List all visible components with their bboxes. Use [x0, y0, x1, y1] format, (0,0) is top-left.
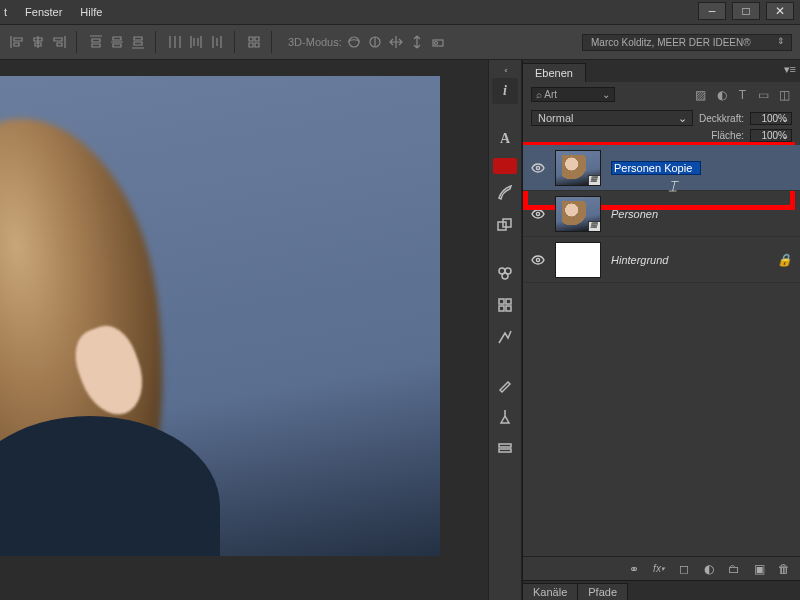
filter-smartlayer-icon[interactable]: ◫: [777, 87, 792, 102]
align-left-icon[interactable]: [8, 33, 26, 51]
character-panel-icon[interactable]: A: [492, 126, 518, 152]
menu-fenster[interactable]: Fenster: [25, 6, 62, 18]
svg-rect-11: [499, 306, 504, 311]
menu-hilfe[interactable]: Hilfe: [80, 6, 102, 18]
layercomp-panel-icon[interactable]: [492, 436, 518, 462]
delete-layer-icon[interactable]: 🗑: [776, 561, 792, 577]
brushpreset-panel-icon[interactable]: [492, 372, 518, 398]
window-controls: – □ ✕: [698, 2, 794, 20]
adjust-panel-icon[interactable]: [492, 324, 518, 350]
secondary-tab-bar: Kanäle Pfade: [523, 580, 800, 600]
link-layers-icon[interactable]: ⚭: [626, 561, 642, 577]
fill-label: Fläche:: [711, 130, 744, 141]
layer-thumbnail[interactable]: [555, 242, 601, 278]
channels-tab[interactable]: Kanäle: [523, 583, 578, 600]
layers-panel-footer: ⚭ fx▾ ◻ ◐ 🗀 ▣ 🗑: [523, 556, 800, 580]
canvas-area: [0, 60, 488, 600]
svg-rect-14: [499, 449, 511, 452]
svg-rect-12: [506, 306, 511, 311]
svg-point-0: [349, 37, 359, 47]
document-canvas[interactable]: [0, 76, 440, 556]
text-cursor-icon: ⌶: [669, 178, 677, 193]
svg-point-3: [434, 42, 437, 45]
smart-object-badge: [588, 221, 601, 232]
svg-rect-13: [499, 444, 511, 447]
svg-rect-9: [499, 299, 504, 304]
layer-name[interactable]: Personen: [611, 208, 792, 220]
menu-t[interactable]: t: [4, 6, 7, 18]
mode3d-pan-icon[interactable]: [387, 33, 405, 51]
filter-pixellayer-icon[interactable]: ▨: [693, 87, 708, 102]
visibility-toggle[interactable]: [531, 161, 545, 175]
paths-tab[interactable]: Pfade: [578, 583, 628, 600]
distribute-vcenter-icon[interactable]: [108, 33, 126, 51]
options-bar: 3D-Modus: Marco Kolditz, MEER DER IDEEN®: [0, 24, 800, 60]
layers-tab[interactable]: Ebenen: [523, 63, 586, 82]
distribute-h1-icon[interactable]: [166, 33, 184, 51]
lock-icon: 🔒: [777, 253, 792, 267]
layer-row[interactable]: Hintergrund 🔒: [523, 237, 800, 283]
svg-point-16: [536, 212, 539, 215]
styles-panel-icon[interactable]: [492, 292, 518, 318]
svg-point-15: [536, 166, 539, 169]
layer-filter-type[interactable]: ⌕ Art: [531, 87, 615, 102]
close-button[interactable]: ✕: [766, 2, 794, 20]
blend-mode-select[interactable]: Normal: [531, 110, 693, 126]
panel-flyout-menu[interactable]: [784, 63, 796, 76]
svg-rect-10: [506, 299, 511, 304]
visibility-toggle[interactable]: [531, 207, 545, 221]
visibility-toggle[interactable]: [531, 253, 545, 267]
opacity-value[interactable]: 100%: [750, 112, 792, 125]
align-hcenter-icon[interactable]: [29, 33, 47, 51]
info-panel-icon[interactable]: i: [492, 78, 518, 104]
filter-adjustlayer-icon[interactable]: ◐: [714, 87, 729, 102]
panel-tab-bar: Ebenen: [523, 60, 800, 82]
layer-thumbnail[interactable]: [555, 150, 601, 186]
adjust-layer-icon[interactable]: ◐: [701, 561, 717, 577]
auto-align-icon[interactable]: [245, 33, 263, 51]
clone-panel-icon[interactable]: [492, 212, 518, 238]
distribute-h2-icon[interactable]: [187, 33, 205, 51]
new-layer-icon[interactable]: ▣: [751, 561, 767, 577]
swatches-panel-icon[interactable]: [492, 260, 518, 286]
group-icon[interactable]: 🗀: [726, 561, 742, 577]
mode3d-roll-icon[interactable]: [366, 33, 384, 51]
layer-mask-icon[interactable]: ◻: [676, 561, 692, 577]
svg-point-17: [536, 258, 539, 261]
layer-thumbnail[interactable]: [555, 196, 601, 232]
smart-object-badge: [588, 175, 601, 186]
filter-shapelayer-icon[interactable]: ▭: [756, 87, 771, 102]
mode3d-slide-icon[interactable]: [408, 33, 426, 51]
distribute-h3-icon[interactable]: [208, 33, 226, 51]
workspace: i A Ebenen ⌕ Art ▨ ◐ T ▭ ◫: [0, 60, 800, 600]
align-right-icon[interactable]: [50, 33, 68, 51]
collapsed-panel-strip: i A: [488, 60, 522, 600]
svg-rect-5: [503, 219, 511, 227]
layer-row[interactable]: ⌶: [523, 145, 800, 191]
distribute-bottom-icon[interactable]: [129, 33, 147, 51]
fill-value[interactable]: 100%: [750, 129, 792, 142]
toolpreset-panel-icon[interactable]: [492, 404, 518, 430]
layer-row[interactable]: Personen: [523, 191, 800, 237]
maximize-button[interactable]: □: [732, 2, 760, 20]
svg-rect-4: [498, 222, 506, 230]
mode-3d-label: 3D-Modus:: [288, 36, 342, 48]
mode3d-orbit-icon[interactable]: [345, 33, 363, 51]
workspace-switcher[interactable]: Marco Kolditz, MEER DER IDEEN®: [582, 34, 792, 51]
brush-panel-icon[interactable]: [492, 180, 518, 206]
expand-handle[interactable]: [491, 66, 519, 72]
layer-name[interactable]: Hintergrund: [611, 254, 767, 266]
svg-point-8: [502, 273, 508, 279]
opacity-label: Deckkraft:: [699, 113, 744, 124]
layers-list: ⌶ Personen Hintergrund 🔒: [523, 145, 800, 556]
distribute-top-icon[interactable]: [87, 33, 105, 51]
layer-fx-icon[interactable]: fx▾: [651, 561, 667, 577]
mode3d-scale-icon[interactable]: [429, 33, 447, 51]
application-menu-bar: t Fenster Hilfe – □ ✕: [0, 0, 800, 24]
paragraph-panel-icon[interactable]: [493, 158, 517, 174]
layer-rename-input[interactable]: [611, 161, 701, 175]
right-panel-column: Ebenen ⌕ Art ▨ ◐ T ▭ ◫ Normal Deckkraft:…: [522, 60, 800, 600]
filter-typelayer-icon[interactable]: T: [735, 87, 750, 102]
minimize-button[interactable]: –: [698, 2, 726, 20]
